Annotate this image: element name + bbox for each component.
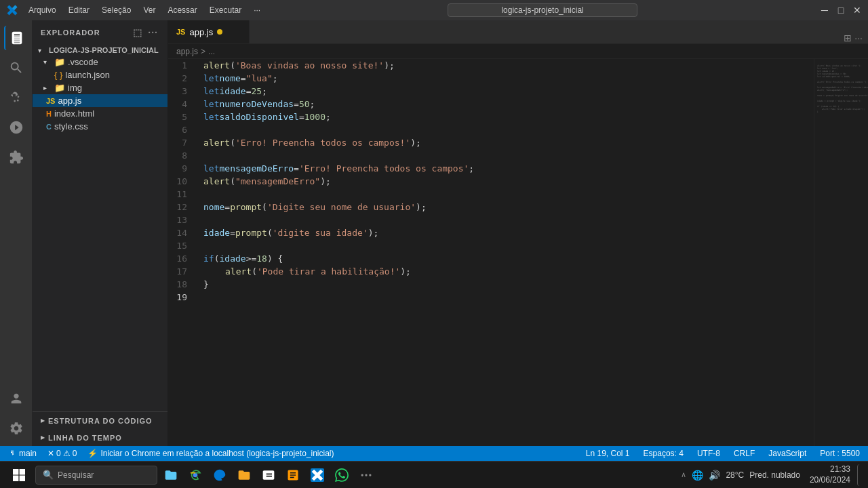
weather-temp: 28°C (726, 470, 744, 480)
sidebar-item-indexhtml[interactable]: H index.html (33, 107, 167, 120)
code-line-11 (203, 188, 814, 201)
activity-bottom (4, 386, 28, 441)
css-file-icon: C (46, 123, 52, 131)
taskbar-whatsapp[interactable] (331, 464, 353, 486)
status-port[interactable]: Port : 5500 (817, 446, 863, 461)
status-line-ending[interactable]: CRLF (731, 446, 757, 461)
main-layout: EXPLORADOR ⬚ ··· ▾ LOGICA-JS-PROJETO_INI… (0, 20, 868, 446)
status-position[interactable]: Ln 19, Col 1 (583, 446, 633, 461)
chevron-down-icon: ▾ (43, 58, 52, 66)
line-num-6: 6 (168, 123, 193, 136)
sidebar-section-label: LINHA DO TEMPO (48, 434, 122, 442)
activity-git-icon[interactable] (4, 85, 28, 110)
code-line-2: let nome = "lua"; (203, 72, 814, 85)
taskbar-file-explorer[interactable] (160, 464, 182, 486)
code-line-14: idade = prompt ('digite sua idade'); (203, 226, 814, 239)
taskbar-terminal[interactable] (258, 464, 279, 486)
line-num-10: 10 (168, 175, 193, 188)
menu-executar[interactable]: Executar (204, 4, 247, 16)
code-lines[interactable]: alert('Boas vindas ao nosso site!'); let… (198, 59, 814, 446)
activity-bar (0, 20, 33, 446)
sidebar-item-stylecss[interactable]: C style.css (33, 120, 167, 133)
taskbar-more-apps[interactable] (355, 464, 377, 486)
line-num-11: 11 (168, 188, 193, 201)
status-git-branch[interactable]: main (5, 446, 39, 461)
svg-point-4 (369, 474, 371, 476)
taskbar-vscode-pin[interactable] (307, 464, 328, 486)
menu-editar[interactable]: Editar (63, 4, 95, 16)
code-editor[interactable]: 1 2 3 4 5 6 7 8 9 10 11 12 13 14 15 16 1… (168, 59, 868, 446)
code-line-1: alert('Boas vindas ao nosso site!'); (203, 59, 814, 72)
more-tab-actions-icon[interactable]: ··· (854, 33, 863, 43)
chevron-down-icon: ▾ (38, 47, 46, 54)
show-desktop-button[interactable] (857, 464, 863, 486)
split-editor-icon[interactable]: ⊞ (844, 33, 852, 43)
status-errors[interactable]: ✕ 0 ⚠ 0 (45, 446, 79, 461)
global-search[interactable]: logica-js-projeto_inicial (448, 3, 637, 17)
line-num-4: 4 (168, 98, 193, 110)
new-file-icon[interactable]: ⬚ (132, 26, 144, 39)
sidebar-item-launchjson[interactable]: { } launch.json (33, 68, 167, 81)
more-actions-icon[interactable]: ··· (146, 26, 159, 39)
editor-area: JS app.js ⊞ ··· app.js > ... 1 2 3 4 5 (168, 20, 868, 446)
code-line-8 (203, 149, 814, 162)
activity-settings-icon[interactable] (4, 416, 28, 441)
port-label: Port : 5500 (820, 449, 860, 458)
activity-account-icon[interactable] (4, 386, 28, 411)
sidebar-root-folder[interactable]: ▾ LOGICA-JS-PROJETO_INICIAL (33, 45, 167, 56)
sidebar-item-vscode[interactable]: ▾ 📁 .vscode (33, 56, 167, 68)
search-icon: 🔍 (43, 470, 54, 480)
taskbar-search[interactable]: 🔍 Pesquisar (35, 466, 157, 485)
sidebar-item-label: .vscode (68, 57, 98, 67)
taskbar-chrome[interactable] (184, 464, 206, 486)
window-maximize-button[interactable]: □ (835, 5, 846, 16)
taskbar-notes[interactable] (282, 464, 304, 486)
taskbar-folder[interactable] (233, 464, 255, 486)
taskbar-edge[interactable] (209, 464, 231, 486)
code-line-10: alert( "mensagemDeErro"); (203, 175, 814, 188)
chevron-right-icon: ▸ (41, 433, 45, 442)
menu-more[interactable]: ··· (248, 4, 266, 16)
sidebar-section-timeline[interactable]: ▸ LINHA DO TEMPO (33, 429, 167, 446)
git-branch-name: main (19, 449, 37, 458)
status-left: main ✕ 0 ⚠ 0 ⚡ Iniciar o Chrome em relaç… (5, 446, 337, 461)
search-label: Pesquisar (58, 470, 94, 480)
activity-search-icon[interactable] (4, 56, 28, 80)
sidebar-item-appjs[interactable]: JS app.js (33, 94, 167, 107)
menu-ver[interactable]: Ver (138, 4, 161, 16)
window-close-button[interactable]: ✕ (852, 5, 863, 16)
server-action-label: Iniciar o Chrome em relação a localhost … (100, 449, 334, 458)
sidebar-item-label: index.html (54, 108, 94, 119)
sidebar-item-img[interactable]: ▸ 📁 img (33, 81, 167, 94)
code-line-17: alert('Pode tirar a habilitação!'); (203, 265, 814, 278)
activity-debug-icon[interactable] (4, 115, 28, 140)
taskbar-clock[interactable]: 21:33 20/06/2024 (810, 464, 850, 485)
folder-icon: 📁 (54, 83, 65, 93)
code-line-5: let saldoDisponivel = 1000; (203, 110, 814, 123)
menu-arquivo[interactable]: Arquivo (23, 4, 62, 16)
menu-selecao[interactable]: Seleção (96, 4, 136, 16)
vscode-logo-icon (5, 3, 19, 17)
status-server[interactable]: ⚡ Iniciar o Chrome em relação a localhos… (85, 446, 336, 461)
chevron-right-icon: ▸ (43, 84, 52, 92)
sidebar: EXPLORADOR ⬚ ··· ▾ LOGICA-JS-PROJETO_INI… (33, 20, 168, 446)
sidebar-bottom: ▸ ESTRUTURA DO CÓDIGO ▸ LINHA DO TEMPO (33, 411, 167, 446)
menu-acessar[interactable]: Acessar (162, 4, 202, 16)
line-num-16: 16 (168, 252, 193, 265)
root-folder-label: LOGICA-JS-PROJETO_INICIAL (49, 46, 159, 54)
js-file-icon: JS (46, 97, 55, 105)
status-encoding[interactable]: UTF-8 (694, 446, 723, 461)
status-spaces[interactable]: Espaços: 4 (641, 446, 686, 461)
sidebar-title: EXPLORADOR (41, 28, 100, 37)
window-minimize-button[interactable]: ─ (819, 5, 830, 16)
sidebar-section-structure[interactable]: ▸ ESTRUTURA DO CÓDIGO (33, 412, 167, 429)
folder-icon: 📁 (54, 57, 65, 67)
start-button[interactable] (5, 462, 33, 489)
tab-appjs[interactable]: JS app.js (168, 20, 250, 43)
activity-explorer-icon[interactable] (4, 26, 28, 50)
error-count: 0 (56, 449, 61, 458)
status-language[interactable]: JavaScript (766, 446, 809, 461)
title-bar: Arquivo Editar Seleção Ver Acessar Execu… (0, 0, 868, 20)
line-numbers: 1 2 3 4 5 6 7 8 9 10 11 12 13 14 15 16 1… (168, 59, 198, 446)
activity-extensions-icon[interactable] (4, 145, 28, 169)
